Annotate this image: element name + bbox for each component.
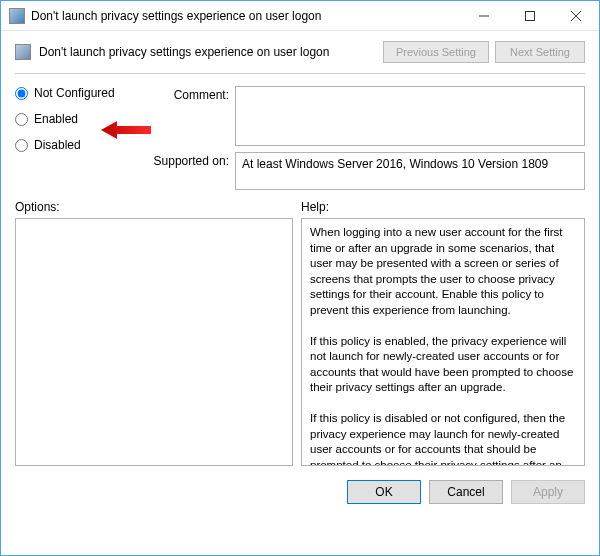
ok-button[interactable]: OK — [347, 480, 421, 504]
maximize-button[interactable] — [507, 1, 553, 30]
fields-column: Comment: Supported on: — [143, 86, 585, 190]
next-setting-button[interactable]: Next Setting — [495, 41, 585, 63]
cancel-button[interactable]: Cancel — [429, 480, 503, 504]
close-button[interactable] — [553, 1, 599, 30]
options-panel — [15, 218, 293, 466]
radio-disabled-input[interactable] — [15, 139, 28, 152]
previous-setting-button[interactable]: Previous Setting — [383, 41, 489, 63]
svg-rect-1 — [526, 11, 535, 20]
policy-header: Don't launch privacy settings experience… — [1, 31, 599, 69]
window-icon — [9, 8, 25, 24]
radio-disabled[interactable]: Disabled — [15, 138, 135, 152]
titlebar: Don't launch privacy settings experience… — [1, 1, 599, 31]
radio-enabled-input[interactable] — [15, 113, 28, 126]
comment-label: Comment: — [143, 86, 229, 146]
panel-labels: Options: Help: — [1, 196, 599, 218]
settings-section: Not Configured Enabled Disabled Comment:… — [1, 74, 599, 196]
minimize-button[interactable] — [461, 1, 507, 30]
policy-icon — [15, 44, 31, 60]
radio-enabled-label: Enabled — [34, 112, 78, 126]
supported-on-field — [235, 152, 585, 190]
dialog-footer: OK Cancel Apply — [1, 466, 599, 514]
radio-not-configured-label: Not Configured — [34, 86, 115, 100]
supported-label: Supported on: — [143, 152, 229, 190]
radio-disabled-label: Disabled — [34, 138, 81, 152]
comment-input[interactable] — [235, 86, 585, 146]
state-radio-group: Not Configured Enabled Disabled — [15, 86, 135, 190]
policy-title: Don't launch privacy settings experience… — [39, 45, 383, 59]
panels-row: When logging into a new user account for… — [1, 218, 599, 466]
radio-not-configured[interactable]: Not Configured — [15, 86, 135, 100]
help-panel[interactable]: When logging into a new user account for… — [301, 218, 585, 466]
window-controls — [461, 1, 599, 30]
radio-enabled[interactable]: Enabled — [15, 112, 135, 126]
window-title: Don't launch privacy settings experience… — [31, 9, 461, 23]
apply-button[interactable]: Apply — [511, 480, 585, 504]
radio-not-configured-input[interactable] — [15, 87, 28, 100]
options-label: Options: — [15, 200, 301, 214]
help-label: Help: — [301, 200, 329, 214]
